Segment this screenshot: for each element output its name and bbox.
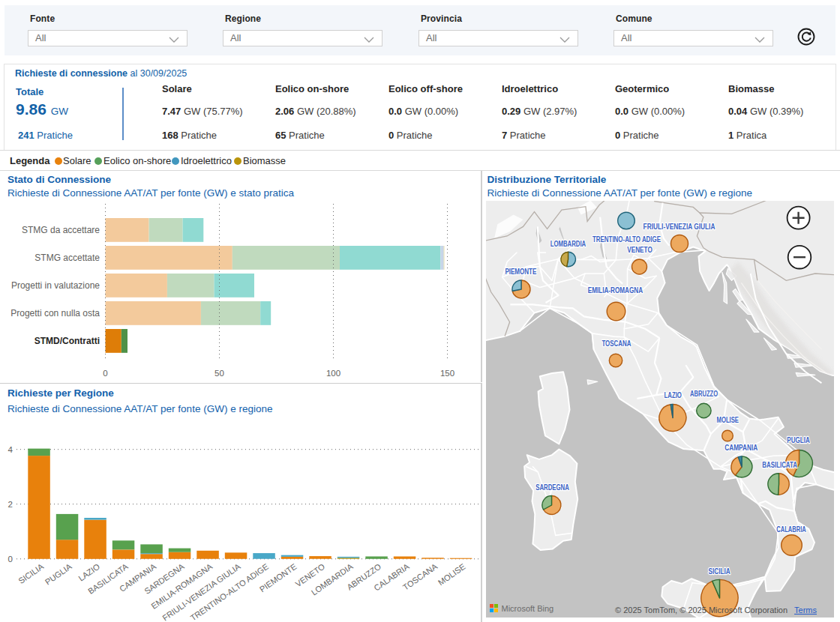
svg-text:100: 100 — [326, 369, 340, 378]
svg-text:STMD/Contratti: STMD/Contratti — [34, 336, 100, 346]
svg-text:Progetti con nulla osta: Progetti con nulla osta — [10, 308, 100, 318]
svg-text:SICILIA: SICILIA — [709, 567, 731, 576]
svg-text:LOMBARDIA: LOMBARDIA — [550, 239, 586, 248]
svg-text:ABRUZZO: ABRUZZO — [690, 389, 718, 398]
svg-text:EMILIA-ROMAGNA: EMILIA-ROMAGNA — [588, 286, 644, 295]
svg-text:2: 2 — [8, 500, 13, 509]
svg-text:MOLISE: MOLISE — [717, 415, 740, 424]
svg-text:STMG da accettare: STMG da accettare — [22, 225, 100, 235]
svg-text:SARDEGNA: SARDEGNA — [536, 483, 569, 492]
svg-text:PIEMONTE: PIEMONTE — [505, 267, 536, 276]
svg-text:0: 0 — [8, 555, 13, 564]
svg-text:PUGLIA: PUGLIA — [44, 561, 74, 586]
svg-text:150: 150 — [440, 369, 454, 378]
svg-text:TRENTINO-ALTO ADIGE: TRENTINO-ALTO ADIGE — [592, 235, 661, 244]
svg-text:LAZIO: LAZIO — [664, 390, 682, 399]
svg-text:FRIULI-VENEZIA GIULIA: FRIULI-VENEZIA GIULIA — [644, 222, 716, 231]
svg-text:TOSCANA: TOSCANA — [602, 339, 631, 348]
svg-text:MOLISE: MOLISE — [436, 562, 467, 588]
svg-text:CALABRIA: CALABRIA — [776, 525, 806, 534]
svg-text:0: 0 — [103, 369, 107, 378]
svg-text:50: 50 — [214, 369, 224, 378]
svg-text:CAMPANIA: CAMPANIA — [724, 443, 758, 452]
svg-text:4: 4 — [8, 445, 14, 454]
svg-text:Progetti in valutazione: Progetti in valutazione — [11, 280, 100, 291]
svg-text:PUGLIA: PUGLIA — [787, 435, 810, 444]
svg-text:STMG accettate: STMG accettate — [34, 253, 100, 263]
svg-text:SICILIA: SICILIA — [16, 561, 45, 585]
svg-text:BASILICATA: BASILICATA — [762, 460, 797, 469]
svg-text:VENETO: VENETO — [627, 245, 652, 254]
